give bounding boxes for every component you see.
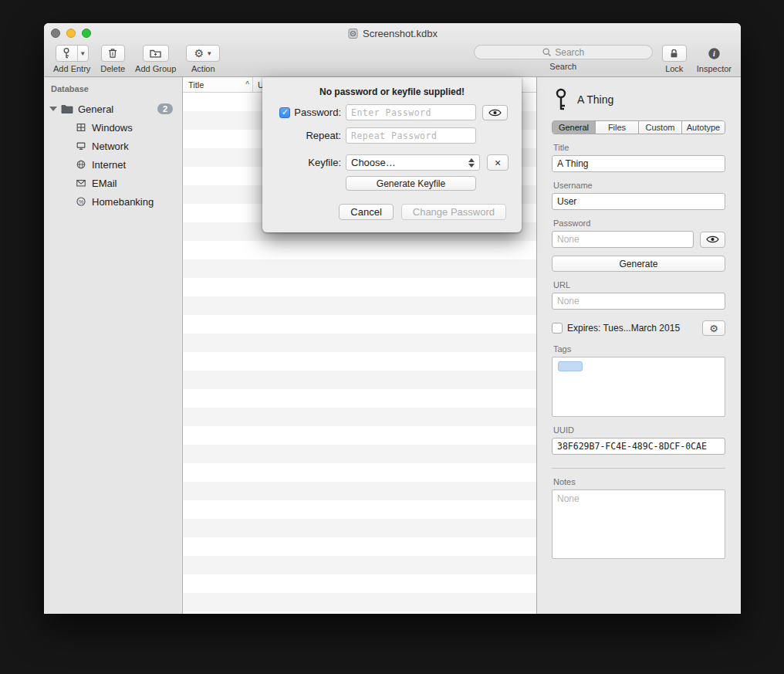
envelope-icon: [75, 177, 87, 189]
notes-field[interactable]: [552, 489, 725, 559]
gear-icon: ⚙: [194, 48, 204, 59]
sidebar-item-label: Internet: [92, 159, 126, 171]
sidebar-item-windows[interactable]: Windows: [44, 118, 182, 137]
tab-custom[interactable]: Custom: [639, 121, 682, 134]
expires-settings-button[interactable]: ⚙: [702, 320, 725, 336]
sidebar-group-general[interactable]: General 2: [44, 100, 182, 118]
eye-icon: [488, 108, 502, 117]
chevron-down-icon[interactable]: ▼: [77, 46, 88, 61]
windows-icon: [75, 121, 87, 134]
tab-files[interactable]: Files: [596, 121, 639, 134]
inspector-tabs: General Files Custom Autotype: [552, 120, 725, 134]
sidebar-item-internet[interactable]: Internet: [44, 155, 182, 174]
sidebar-group-label: General: [78, 103, 113, 115]
expires-checkbox[interactable]: [552, 323, 563, 334]
expires-label: Expires: Tues...March 2015: [567, 323, 680, 334]
password-row: ✓ Password:: [278, 104, 506, 120]
notes-field-label: Notes: [553, 477, 725, 486]
toolbar-item-action: ⚙ ▼ Action: [186, 45, 220, 73]
window-chrome: Screenshot.kdbx ▼ Add Entry: [44, 23, 741, 77]
repeat-password-input[interactable]: [346, 127, 476, 144]
sidebar-item-email[interactable]: EMail: [44, 174, 182, 192]
generate-keyfile-button[interactable]: Generate Keyfile: [346, 176, 476, 191]
search-icon: [542, 47, 552, 57]
search-placeholder: Search: [555, 47, 584, 58]
toolbar-item-lock: Lock: [662, 45, 687, 73]
inspector-header: A Thing: [555, 86, 725, 113]
action-button[interactable]: ⚙ ▼: [186, 45, 220, 62]
lock-label: Lock: [665, 64, 683, 73]
password-field[interactable]: [552, 231, 694, 248]
sidebar-header: Database: [44, 84, 182, 93]
title-field[interactable]: [552, 155, 725, 172]
disclosure-triangle-icon[interactable]: [49, 107, 57, 111]
toolbar-item-inspector: i Inspector: [697, 45, 732, 73]
expires-row: Expires: Tues...March 2015 ⚙: [552, 320, 725, 336]
reveal-password-button[interactable]: [482, 105, 508, 120]
titlebar: Screenshot.kdbx: [44, 23, 741, 43]
uuid-field[interactable]: [552, 438, 725, 455]
tab-autotype[interactable]: Autotype: [682, 121, 725, 134]
close-button[interactable]: [51, 29, 60, 38]
toolbar: ▼ Add Entry Delete: [44, 43, 741, 76]
close-icon: ×: [495, 157, 501, 169]
tags-box[interactable]: [552, 357, 725, 417]
inspector-button[interactable]: i: [708, 45, 721, 62]
delete-label: Delete: [100, 64, 125, 73]
add-group-label: Add Group: [135, 64, 176, 73]
add-group-button[interactable]: [143, 45, 169, 62]
sidebar-item-network[interactable]: Network: [44, 137, 182, 155]
column-title-label: Title: [188, 80, 204, 90]
search-input[interactable]: Search: [474, 45, 653, 59]
group-count-badge: 2: [157, 103, 173, 114]
generate-password-button[interactable]: Generate: [552, 256, 725, 272]
desktop-background: Screenshot.kdbx ▼ Add Entry: [0, 0, 784, 674]
add-entry-button[interactable]: ▼: [56, 45, 89, 62]
sidebar-item-homebanking[interactable]: % Homebanking: [44, 192, 182, 211]
inspector-panel: A Thing General Files Custom Autotype Ti…: [536, 77, 741, 614]
folder-icon: [61, 103, 73, 115]
tab-general[interactable]: General: [553, 121, 596, 134]
toolbar-item-search: Search Search: [474, 45, 653, 71]
key-icon: [555, 88, 567, 111]
minimize-button[interactable]: [66, 29, 76, 38]
coin-percent-icon: %: [75, 195, 87, 208]
traffic-lights: [51, 29, 91, 38]
reveal-password-button[interactable]: [700, 232, 725, 248]
svg-text:%: %: [79, 199, 83, 205]
globe-icon: [75, 158, 87, 171]
sheet-buttons: Cancel Change Password: [278, 204, 506, 220]
change-password-sheet: No password or keyfile supplied! ✓ Passw…: [262, 77, 522, 232]
uuid-field-label: UUID: [553, 425, 725, 435]
column-header-title[interactable]: Title ^: [183, 80, 252, 90]
add-entry-label: Add Entry: [53, 64, 90, 73]
cancel-button[interactable]: Cancel: [339, 204, 393, 220]
key-plus-icon: [56, 46, 77, 61]
keyfile-select[interactable]: Choose…: [346, 154, 480, 171]
password-input[interactable]: [346, 104, 476, 120]
sidebar-item-label: Homebanking: [92, 196, 154, 208]
url-field-label: URL: [553, 280, 725, 290]
toolbar-item-delete: Delete: [100, 45, 125, 73]
username-field[interactable]: [552, 193, 725, 210]
lock-button[interactable]: [662, 45, 687, 62]
delete-button[interactable]: [101, 45, 125, 62]
clear-keyfile-button[interactable]: ×: [487, 154, 509, 171]
sheet-message: No password or keyfile supplied!: [278, 86, 506, 97]
zoom-button[interactable]: [82, 29, 91, 38]
password-checkbox[interactable]: ✓: [279, 107, 290, 118]
keyfile-row: Keyfile: Choose… ×: [278, 154, 506, 171]
tags-field-label: Tags: [553, 344, 725, 354]
search-label: Search: [549, 62, 576, 71]
document-icon: [347, 28, 359, 39]
folder-plus-icon: [149, 47, 162, 59]
window-title: Screenshot.kdbx: [44, 23, 741, 43]
password-field-label: Password: [553, 218, 725, 228]
change-password-button[interactable]: Change Password: [401, 204, 506, 220]
stepper-arrows-icon: [468, 158, 475, 168]
url-field[interactable]: [552, 293, 725, 310]
toolbar-item-add-entry: ▼ Add Entry: [53, 45, 90, 73]
svg-text:i: i: [713, 49, 715, 58]
tag-pill: [558, 361, 583, 371]
title-field-label: Title: [553, 143, 725, 152]
